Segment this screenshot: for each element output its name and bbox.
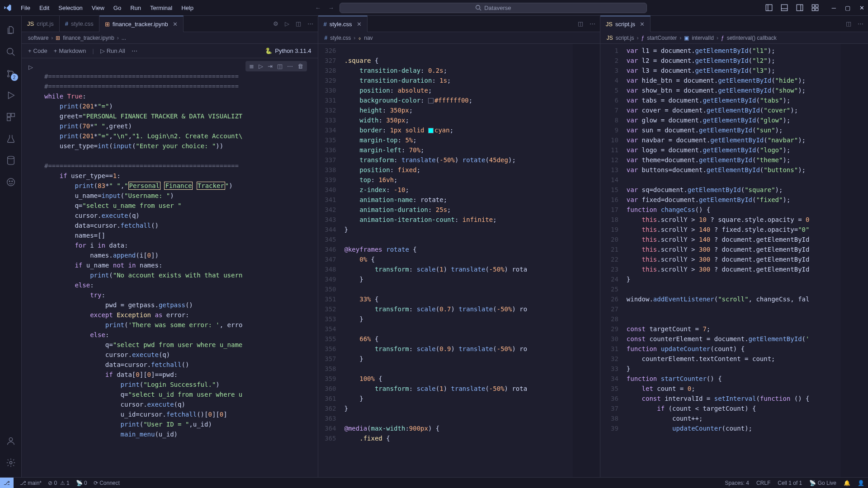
cell-run-button[interactable]: ▷: [22, 62, 40, 70]
status-bar: ⎇ ⎇ main* ⊘ 0 ⚠ 1 📡 0 ⟳ Connect Spaces: …: [0, 477, 868, 488]
code-editor[interactable]: .square { transition-delay: 0.2s; transi…: [344, 44, 573, 477]
activity-testing[interactable]: [0, 128, 22, 150]
tabs-group-2: #style.css✕ ◫ ⋯: [318, 16, 600, 32]
spaces-indicator[interactable]: Spaces: 4: [725, 480, 749, 486]
editor-group-2: #style.css✕ ◫ ⋯ #style.css› ⬨nav 3263273…: [318, 16, 600, 477]
layout-toggle-right-icon[interactable]: [796, 4, 804, 12]
go-live-button[interactable]: 📡 Go Live: [809, 480, 836, 486]
minimap[interactable]: [841, 44, 868, 477]
split-icon[interactable]: ◫: [578, 20, 583, 27]
search-icon: [6, 47, 16, 57]
command-center[interactable]: Dataverse: [340, 3, 647, 13]
activity-scm[interactable]: 2: [0, 63, 22, 84]
beaker-icon: [6, 134, 16, 144]
database-icon: [6, 155, 16, 165]
tabs-group-1: JScript.js #style.css ⊞finance_tracker.i…: [22, 16, 318, 32]
scm-badge: 2: [11, 74, 18, 81]
svg-point-0: [476, 5, 480, 9]
svg-rect-8: [816, 5, 818, 7]
problems-status[interactable]: ⊘ 0 ⚠ 1: [48, 480, 70, 486]
menu-terminal[interactable]: Terminal: [146, 3, 176, 13]
minimap[interactable]: [573, 44, 600, 477]
ports-status[interactable]: 📡 0: [76, 480, 87, 486]
files-icon: [6, 25, 16, 35]
close-icon[interactable]: ✕: [173, 21, 178, 28]
activity-search[interactable]: [0, 41, 22, 63]
code-editor[interactable]: var l1 = document.getElementById("l1"); …: [627, 44, 841, 477]
activity-explorer[interactable]: [0, 19, 22, 41]
gear-icon: [6, 458, 16, 468]
menu-go[interactable]: Go: [110, 3, 125, 13]
vscode-icon: [4, 4, 12, 12]
tabs-group-3: JSscript.js✕ ◫ ⋯: [600, 16, 868, 32]
pet-icon: [6, 177, 16, 187]
activity-database[interactable]: [0, 150, 22, 171]
more-icon[interactable]: ⋯: [307, 20, 313, 27]
breadcrumbs-1[interactable]: software› ⊞finance_tracker.ipynb› ...: [22, 32, 318, 44]
close-icon[interactable]: ✕: [859, 5, 864, 11]
svg-point-12: [7, 70, 9, 72]
activity-settings[interactable]: [0, 452, 22, 474]
menu-help[interactable]: Help: [178, 3, 197, 13]
run-by-line-icon[interactable]: ≣: [249, 63, 254, 70]
gear-icon[interactable]: ⚙: [273, 20, 278, 27]
svg-rect-5: [797, 5, 803, 11]
add-code-button[interactable]: +Code: [28, 47, 47, 54]
activity-pet[interactable]: [0, 171, 22, 193]
tab-finance-tracker[interactable]: ⊞finance_tracker.ipynb✕: [99, 16, 184, 32]
more-icon[interactable]: ⋯: [132, 47, 137, 54]
notifications-icon[interactable]: 🔔: [844, 480, 850, 486]
close-icon[interactable]: ✕: [357, 21, 362, 28]
kernel-picker[interactable]: 🐍Python 3.11.4: [265, 47, 311, 54]
feedback-icon[interactable]: 👤: [858, 480, 864, 486]
svg-rect-3: [781, 5, 788, 11]
cell-indicator[interactable]: Cell 1 of 1: [778, 480, 802, 486]
svg-point-23: [9, 461, 12, 464]
menu-edit[interactable]: Edit: [36, 3, 53, 13]
maximize-icon[interactable]: ▢: [845, 5, 850, 11]
git-branch[interactable]: ⎇ main*: [20, 480, 42, 486]
execute-below-icon[interactable]: ⇥: [268, 63, 273, 70]
tab-style-css-2[interactable]: #style.css✕: [318, 16, 368, 32]
split-cell-icon[interactable]: ◫: [277, 63, 283, 70]
tab-style-css[interactable]: #style.css: [60, 16, 99, 32]
svg-point-21: [11, 181, 12, 182]
menu-file[interactable]: File: [17, 3, 34, 13]
execute-cell-icon[interactable]: ▷: [259, 63, 263, 70]
nav-back-icon[interactable]: ←: [315, 5, 321, 11]
more-icon[interactable]: ⋯: [590, 20, 595, 27]
editor-group-1: JScript.js #style.css ⊞finance_tracker.i…: [22, 16, 318, 477]
more-icon[interactable]: ⋯: [287, 63, 293, 70]
notebook-toolbar: +Code +Markdown | ▷Run All ⋯ 🐍Python 3.1…: [22, 44, 318, 58]
layout-toggle-bottom-icon[interactable]: [780, 4, 788, 12]
breadcrumbs-2[interactable]: #style.css› ⬨nav: [318, 32, 600, 44]
layout-toggle-left-icon[interactable]: [765, 4, 773, 12]
breadcrumbs-3[interactable]: JSscript.js› ƒstartCounter› ▣intervalId›…: [600, 32, 868, 44]
layout-customize-icon[interactable]: [811, 4, 819, 12]
notebook-cell-code[interactable]: #=======================================…: [44, 71, 313, 439]
menu-selection[interactable]: Selection: [55, 3, 86, 13]
svg-point-22: [9, 438, 12, 441]
activity-debug[interactable]: [0, 84, 22, 106]
connect-status[interactable]: ⟳ Connect: [94, 480, 120, 486]
activity-account[interactable]: [0, 430, 22, 452]
eol-indicator[interactable]: CRLF: [756, 480, 770, 486]
split-icon[interactable]: ◫: [846, 20, 851, 27]
minimize-icon[interactable]: ─: [832, 5, 836, 11]
tab-cript-js[interactable]: JScript.js: [22, 16, 60, 32]
svg-point-11: [7, 48, 13, 54]
more-icon[interactable]: ⋯: [858, 20, 863, 27]
run-icon[interactable]: ▷: [285, 20, 289, 27]
split-icon[interactable]: ◫: [296, 20, 301, 27]
activity-extensions[interactable]: [0, 106, 22, 128]
close-icon[interactable]: ✕: [640, 21, 645, 28]
run-all-button[interactable]: ▷Run All: [100, 47, 125, 54]
add-markdown-button[interactable]: +Markdown: [54, 47, 86, 54]
menu-run[interactable]: Run: [127, 3, 145, 13]
delete-cell-icon[interactable]: 🗑: [297, 63, 303, 70]
editor-group-3: JSscript.js✕ ◫ ⋯ JSscript.js› ƒstartCoun…: [600, 16, 868, 477]
menu-view[interactable]: View: [88, 3, 108, 13]
tab-script-js[interactable]: JSscript.js✕: [600, 16, 651, 32]
remote-indicator[interactable]: ⎇: [0, 478, 14, 488]
nav-forward-icon[interactable]: →: [328, 5, 334, 11]
